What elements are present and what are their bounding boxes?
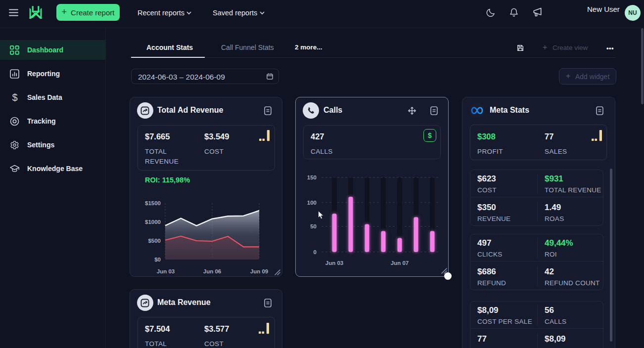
svg-text:Jun 03: Jun 03 [157,268,175,274]
svg-text:150: 150 [307,174,317,180]
svg-text:$1500: $1500 [145,200,161,206]
svg-text:Jun 09: Jun 09 [250,268,268,274]
svg-text:$1000: $1000 [145,219,161,225]
svg-text:Jun 07: Jun 07 [391,260,409,266]
svg-text:Jun 06: Jun 06 [203,268,221,274]
svg-text:0: 0 [314,249,317,255]
svg-text:50: 50 [310,223,317,229]
svg-text:Jun 03: Jun 03 [325,260,343,266]
svg-text:$500: $500 [148,238,161,244]
svg-text:$0: $0 [154,257,161,262]
svg-text:100: 100 [307,200,317,206]
